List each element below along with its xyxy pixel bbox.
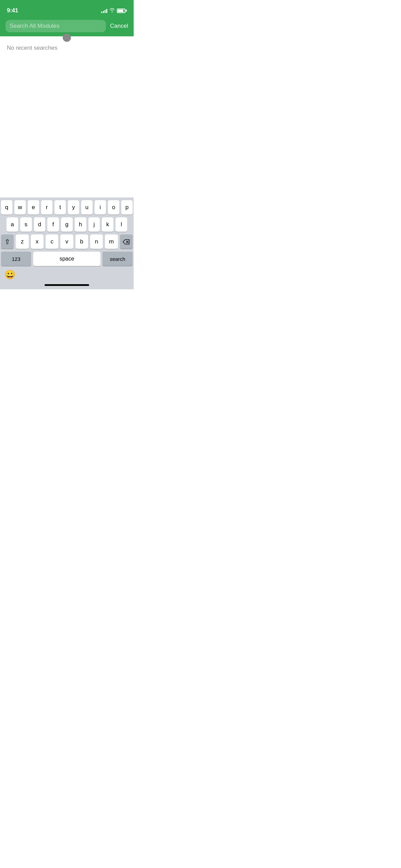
search-key[interactable]: search bbox=[102, 252, 133, 266]
key-e[interactable]: e bbox=[28, 200, 39, 215]
key-f[interactable]: f bbox=[47, 217, 59, 232]
status-bar: 9:41 bbox=[0, 0, 134, 17]
key-w[interactable]: w bbox=[14, 200, 26, 215]
key-x[interactable]: x bbox=[31, 234, 44, 249]
keyboard-bottom-row: 123 space search bbox=[1, 252, 133, 266]
main-content: No recent searches bbox=[0, 39, 134, 204]
key-j[interactable]: j bbox=[88, 217, 100, 232]
keyboard-extras: 😀 bbox=[1, 267, 133, 283]
key-v[interactable]: v bbox=[60, 234, 73, 249]
keyboard-row-2: a s d f g h j k l bbox=[1, 217, 133, 232]
space-key[interactable]: space bbox=[33, 252, 100, 266]
key-i[interactable]: i bbox=[95, 200, 106, 215]
emoji-button[interactable]: 😀 bbox=[4, 269, 15, 280]
backspace-key[interactable] bbox=[120, 234, 133, 249]
keyboard-row-3: ⇧ z x c v b n m bbox=[1, 234, 133, 249]
search-input[interactable] bbox=[10, 23, 102, 29]
key-s[interactable]: s bbox=[20, 217, 32, 232]
cancel-button[interactable]: Cancel bbox=[110, 23, 128, 29]
key-q[interactable]: q bbox=[1, 200, 12, 215]
key-r[interactable]: r bbox=[41, 200, 52, 215]
keyboard-row-1: q w e r t y u i o p bbox=[1, 200, 133, 215]
key-g[interactable]: g bbox=[61, 217, 73, 232]
key-b[interactable]: b bbox=[75, 234, 88, 249]
home-indicator bbox=[1, 283, 133, 288]
key-u[interactable]: u bbox=[81, 200, 93, 215]
shift-key[interactable]: ⇧ bbox=[1, 234, 14, 249]
key-n[interactable]: n bbox=[90, 234, 103, 249]
key-z[interactable]: z bbox=[16, 234, 28, 249]
key-y[interactable]: y bbox=[68, 200, 79, 215]
status-icons bbox=[101, 8, 127, 13]
scroll-indicator bbox=[0, 36, 134, 39]
no-recent-searches-label: No recent searches bbox=[7, 45, 57, 51]
battery-icon bbox=[117, 9, 127, 13]
key-c[interactable]: c bbox=[46, 234, 58, 249]
key-d[interactable]: d bbox=[34, 217, 46, 232]
signal-icon bbox=[101, 8, 107, 13]
key-m[interactable]: m bbox=[105, 234, 118, 249]
key-h[interactable]: h bbox=[75, 217, 86, 232]
search-input-wrapper[interactable] bbox=[5, 20, 106, 32]
key-t[interactable]: t bbox=[54, 200, 66, 215]
home-bar bbox=[45, 284, 89, 286]
keyboard: q w e r t y u i o p a s d f g h j k l ⇧ … bbox=[0, 197, 134, 289]
key-l[interactable]: l bbox=[116, 217, 127, 232]
key-a[interactable]: a bbox=[7, 217, 18, 232]
scroll-dot bbox=[63, 34, 71, 42]
key-k[interactable]: k bbox=[102, 217, 113, 232]
wifi-icon bbox=[109, 8, 115, 13]
numbers-key[interactable]: 123 bbox=[1, 252, 31, 266]
status-time: 9:41 bbox=[7, 7, 18, 14]
key-p[interactable]: p bbox=[121, 200, 133, 215]
key-o[interactable]: o bbox=[108, 200, 119, 215]
